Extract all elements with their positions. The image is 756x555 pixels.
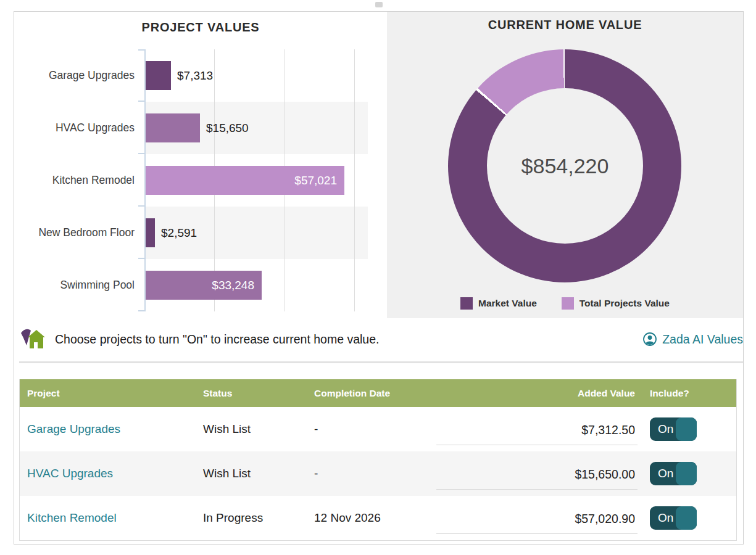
gridline (214, 49, 215, 102)
header-status: Status (196, 388, 307, 399)
status-cell: Wish List (196, 422, 307, 436)
bar-value-label: $15,650 (206, 121, 249, 135)
status-cell: Wish List (196, 467, 307, 480)
bar-row: Kitchen Remodel $57,021 (14, 154, 387, 207)
resize-handle[interactable] (375, 2, 383, 7)
toggle-knob (676, 462, 697, 485)
donut-chart-title: CURRENT HOME VALUE (387, 18, 743, 32)
toggle-knob (676, 417, 697, 441)
home-value-widget: PROJECT VALUES Garage Upgrades $7,313 (14, 11, 744, 545)
status-cell: In Progress (196, 511, 307, 525)
bar-value-label: $2,591 (161, 226, 197, 240)
legend-item-market-value: Market Value (460, 297, 537, 310)
include-toggle[interactable]: On (650, 506, 697, 530)
gridline (285, 49, 285, 102)
bar-value-label: $57,021 (294, 174, 337, 187)
bar-row: New Bedroom Floor $2,591 (14, 207, 387, 259)
zada-link-label: Zada AI Values (662, 332, 743, 347)
header-completion-date: Completion Date (307, 388, 436, 399)
bar-chart-plot: Garage Upgrades $7,313 HVAC Upgrades (14, 49, 387, 311)
legend-swatch (562, 297, 574, 310)
table-header-row: Project Status Completion Date Added Val… (20, 379, 736, 407)
bar-chart-title: PROJECT VALUES (14, 20, 387, 35)
table-row-hvac-upgrades: HVAC Upgrades Wish List - $15,650.00 On (20, 451, 736, 496)
legend-item-total-projects-value: Total Projects Value (562, 297, 670, 310)
zada-house-logo-icon (19, 326, 46, 352)
include-toggle[interactable]: On (650, 462, 697, 485)
project-values-chart: PROJECT VALUES Garage Upgrades $7,313 (14, 12, 387, 318)
project-link[interactable]: Kitchen Remodel (27, 511, 117, 524)
section-divider (19, 361, 743, 363)
bar-category-label: Swimming Pool (14, 279, 144, 292)
gridline (285, 102, 285, 154)
include-toggle[interactable]: On (650, 417, 697, 441)
completion-date-cell: 12 Nov 2026 (307, 511, 436, 525)
instruction-bar: Choose projects to turn "On" to increase… (14, 318, 743, 360)
instruction-text: Choose projects to turn "On" to increase… (55, 332, 642, 347)
toggle-knob (676, 506, 697, 530)
bar-new-bedroom-floor: $2,591 (146, 218, 155, 247)
toggle-on-label: On (658, 422, 673, 436)
bar-row: Swimming Pool $33,248 (14, 259, 387, 311)
gridline (285, 259, 285, 311)
bar-category-label: HVAC Upgrades (14, 121, 144, 134)
bar-row: HVAC Upgrades $15,650 (14, 102, 387, 154)
legend-label: Market Value (478, 298, 537, 309)
bar-swimming-pool: $33,248 (146, 271, 262, 300)
added-value-field[interactable]: $57,020.90 (436, 512, 638, 534)
bar-garage-upgrades: $7,313 (146, 61, 171, 90)
legend-label: Total Projects Value (579, 298, 670, 309)
bar-row: Garage Upgrades $7,313 (14, 49, 387, 102)
bar-category-label: Kitchen Remodel (14, 174, 144, 187)
charts-section: PROJECT VALUES Garage Upgrades $7,313 (14, 12, 743, 318)
gridline (354, 49, 355, 102)
person-circle-icon (642, 332, 657, 347)
legend-swatch (460, 297, 473, 310)
gridline (354, 259, 355, 311)
bar-hvac-upgrades: $15,650 (146, 113, 200, 142)
gridline (285, 207, 285, 259)
bar-kitchen-remodel: $57,021 (146, 166, 344, 195)
current-home-value-chart: CURRENT HOME VALUE $854,220 Market Value… (387, 12, 743, 318)
donut-legend: Market Value Total Projects Value (387, 297, 743, 310)
current-home-value: $854,220 (521, 154, 609, 178)
header-project: Project (20, 388, 196, 399)
table-row-garage-upgrades: Garage Upgrades Wish List - $7,312.50 On (20, 407, 736, 451)
table-row-kitchen-remodel: Kitchen Remodel In Progress 12 Nov 2026 … (20, 496, 736, 540)
projects-table: Project Status Completion Date Added Val… (19, 379, 737, 541)
bar-category-label: Garage Upgrades (14, 69, 144, 82)
bar-value-label: $33,248 (212, 279, 254, 292)
donut-hole: $854,220 (487, 88, 643, 244)
project-link[interactable]: HVAC Upgrades (27, 467, 113, 480)
gridline (354, 154, 355, 207)
donut-chart: $854,220 (448, 49, 681, 282)
toggle-on-label: On (658, 467, 673, 480)
added-value-field[interactable]: $7,312.50 (436, 423, 638, 445)
added-value-field[interactable]: $15,650.00 (436, 467, 638, 490)
gridline (214, 207, 215, 259)
bar-category-label: New Bedroom Floor (14, 226, 144, 239)
header-include: Include? (638, 388, 736, 399)
bar-value-label: $7,313 (177, 69, 213, 83)
header-added-value: Added Value (436, 388, 638, 399)
completion-date-cell: - (307, 422, 436, 436)
project-link[interactable]: Garage Upgrades (27, 422, 120, 435)
gridline (354, 102, 355, 154)
gridline (354, 207, 355, 259)
completion-date-cell: - (307, 467, 436, 480)
toggle-on-label: On (658, 511, 673, 525)
zada-ai-values-link[interactable]: Zada AI Values (642, 332, 743, 347)
